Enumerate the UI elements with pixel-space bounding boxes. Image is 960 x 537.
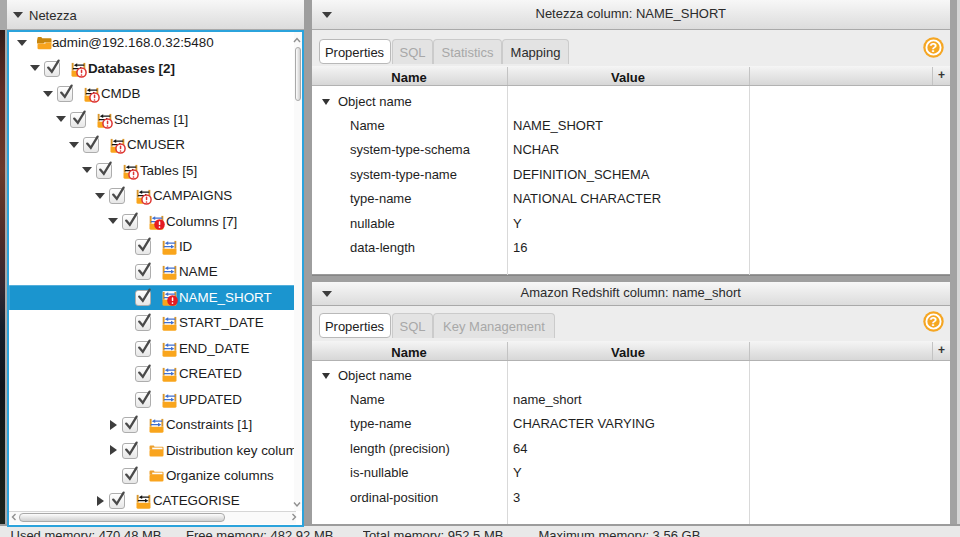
svg-text:?: ? bbox=[930, 40, 938, 55]
svg-text:?: ? bbox=[930, 314, 938, 329]
